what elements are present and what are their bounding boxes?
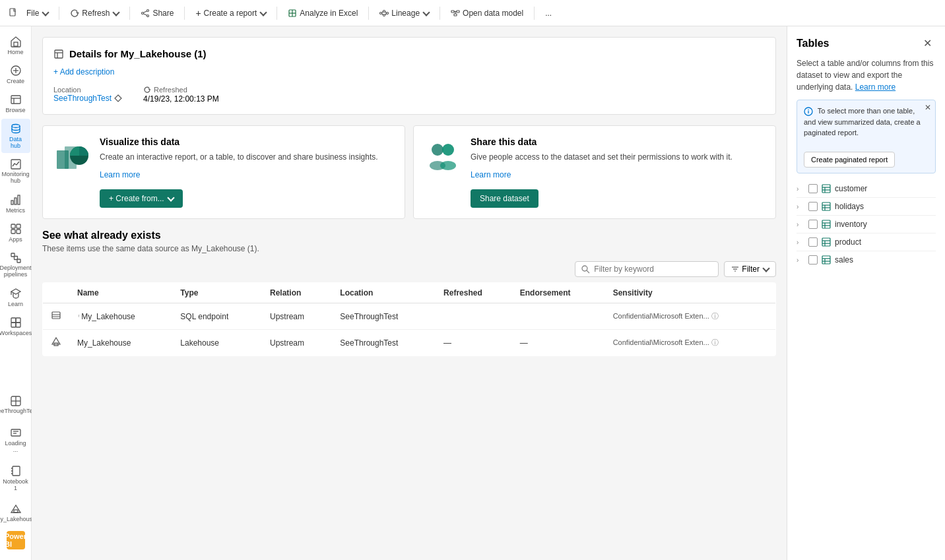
share-card-desc: Give people access to the dataset and se… (471, 151, 733, 163)
add-description-btn[interactable]: + Add description (53, 67, 765, 77)
workspaces-icon (10, 317, 22, 328)
svg-line-67 (587, 270, 589, 273)
create-paginated-label: Create paginated report (811, 156, 888, 164)
sidebar-item-learn[interactable]: Learn (1, 284, 30, 311)
right-panel-learn-more[interactable]: Learn more (855, 82, 896, 92)
filter-button[interactable]: Filter (724, 261, 776, 277)
row-icon-cell (43, 330, 70, 356)
row-relation: Upstream (262, 303, 332, 330)
table-name-label: inventory (835, 220, 867, 229)
sidebar-item-datahub[interactable]: Data hub (1, 119, 30, 153)
cards-row: Visualize this data Create an interactiv… (42, 125, 776, 219)
close-panel-button[interactable]: ✕ (919, 36, 936, 51)
sidebar-item-seethroughtest[interactable]: SeeThroughTest (1, 391, 30, 419)
file-button[interactable]: File (21, 6, 53, 20)
details-card-header: Details for My_Lakehouse (1) (53, 48, 765, 59)
datahub-icon (10, 123, 22, 135)
table-expand-chevron: › (797, 203, 804, 210)
workspaces-label: Workspaces (0, 330, 32, 336)
table-checkbox[interactable] (808, 255, 818, 264)
file-chevron-icon (42, 9, 49, 16)
svg-rect-43 (11, 323, 16, 327)
visualize-card: Visualize this data Create an interactiv… (42, 125, 405, 219)
analyze-excel-label: Analyze in Excel (300, 9, 358, 18)
svg-rect-34 (11, 224, 15, 228)
share-dataset-button[interactable]: Share dataset (471, 189, 538, 208)
table-row[interactable]: ᶥ My_Lakehouse SQL endpoint Upstream See… (43, 303, 776, 330)
refreshed-meta: Refreshed 4/19/23, 12:00:13 PM (143, 86, 219, 104)
table-list-item[interactable]: › inventory (797, 216, 936, 233)
lineage-button[interactable]: Lineage (374, 6, 434, 20)
details-card-title: Details for My_Lakehouse (1) (69, 48, 207, 59)
sidebar-item-loading[interactable]: Loading ... (1, 423, 30, 457)
sidebar-item-home[interactable]: Home (1, 32, 30, 59)
table-checkbox[interactable] (808, 184, 818, 193)
table-row[interactable]: My_Lakehouse Lakehouse Upstream SeeThrou… (43, 330, 776, 356)
row-endorsement: — (512, 330, 605, 356)
share-icon-container (424, 137, 461, 173)
sql-endpoint-icon (51, 310, 61, 321)
search-input-container[interactable] (575, 261, 719, 277)
sidebar-item-apps[interactable]: Apps (1, 219, 30, 247)
sidebar-item-notebook[interactable]: Notebook 1 (1, 461, 30, 495)
share-learn-more[interactable]: Learn more (471, 170, 511, 179)
table-list-item[interactable]: › holidays (797, 198, 936, 216)
sidebar-item-workspaces[interactable]: Workspaces (1, 313, 30, 340)
sidebar-item-create[interactable]: Create (1, 61, 30, 88)
lineage-icon (379, 9, 389, 18)
location-link[interactable]: SeeThroughTest (53, 94, 112, 103)
table-list-item[interactable]: › customer (797, 180, 936, 198)
powerbi-logo: Power BI (7, 531, 25, 549)
visualize-learn-more[interactable]: Learn more (100, 170, 140, 179)
section-title: See what already exists (42, 230, 776, 241)
tables-list: › customer › holidays › (797, 180, 936, 268)
share-label: Share (152, 9, 174, 18)
loading-label: Loading ... (4, 440, 28, 453)
row-icon-cell (43, 303, 70, 330)
sidebar-item-monitoring[interactable]: Monitoring hub (1, 154, 30, 189)
share-card: Share this data Give people access to th… (413, 125, 776, 219)
info-notice: To select more than one table, and view … (797, 100, 936, 173)
learn-label: Learn (8, 301, 23, 307)
filter-keyword-input[interactable] (594, 264, 713, 274)
row-endorsement (512, 303, 605, 330)
svg-point-3 (142, 12, 144, 14)
table-name-label: customer (835, 184, 867, 193)
notice-close-button[interactable]: ✕ (925, 103, 931, 112)
right-panel-title: Tables (797, 38, 830, 49)
create-report-button[interactable]: + Create a report (190, 5, 271, 21)
share-button[interactable]: Share (135, 6, 179, 20)
table-grid-icon (822, 202, 831, 211)
more-button[interactable]: ... (540, 6, 557, 20)
table-checkbox[interactable] (808, 237, 818, 247)
open-data-model-button[interactable]: Open data model (445, 6, 529, 20)
right-panel-desc: Select a table and/or columns from this … (797, 57, 936, 93)
analyze-excel-button[interactable]: Analyze in Excel (282, 6, 363, 20)
table-list-item[interactable]: › product (797, 233, 936, 251)
sidebar-item-browse[interactable]: Browse (1, 90, 30, 117)
svg-line-13 (382, 11, 383, 13)
visualize-icon (53, 137, 90, 173)
create-from-button[interactable]: + Create from... (100, 189, 183, 208)
table-checkbox[interactable] (808, 220, 818, 229)
sensitivity-info-icon[interactable]: ⓘ (711, 338, 719, 346)
svg-point-9 (380, 12, 382, 14)
sidebar-item-lakehouse[interactable]: My_Lakehouse (1, 499, 30, 527)
share-card-title: Share this data (471, 137, 733, 147)
apps-label: Apps (9, 236, 22, 243)
sidebar-item-metrics[interactable]: Metrics (1, 190, 30, 218)
table-grid-icon (822, 255, 831, 264)
table-name-label: sales (835, 255, 853, 264)
table-checkbox[interactable] (808, 202, 818, 211)
visualize-card-body: Visualize this data Create an interactiv… (100, 137, 378, 208)
datahub-label: Data hub (4, 136, 28, 149)
monitoring-label: Monitoring hub (1, 171, 29, 185)
sensitivity-info-icon[interactable]: ⓘ (711, 312, 719, 320)
table-list-item[interactable]: › sales (797, 251, 936, 268)
svg-point-77 (808, 109, 809, 111)
lakehouse-label: My_Lakehouse (0, 516, 36, 523)
metrics-label: Metrics (6, 207, 25, 214)
refresh-button[interactable]: Refresh (65, 6, 124, 20)
create-paginated-button[interactable]: Create paginated report (804, 152, 895, 168)
sidebar-item-deployment[interactable]: Deployment pipelines (1, 248, 30, 282)
